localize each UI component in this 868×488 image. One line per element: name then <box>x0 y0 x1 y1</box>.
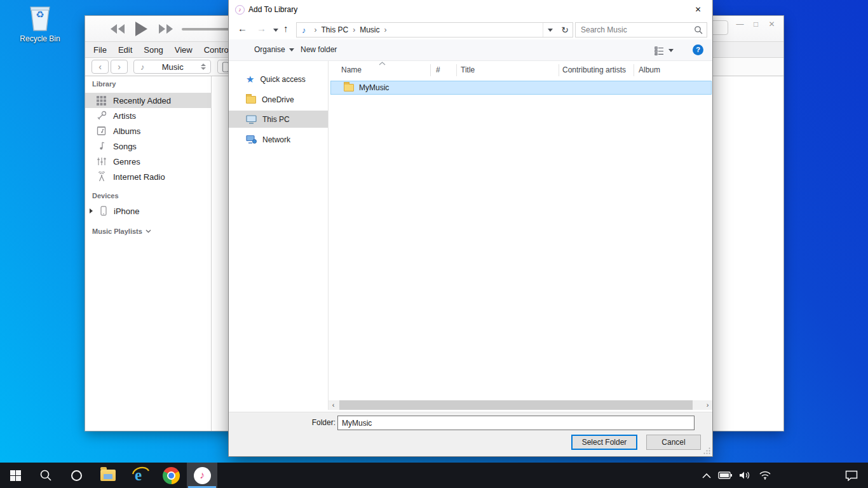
microphone-icon <box>96 111 107 121</box>
sort-ascending-icon <box>379 62 386 65</box>
column-header-album[interactable]: Album <box>639 65 660 74</box>
change-view-button[interactable] <box>654 45 677 56</box>
column-header-name[interactable]: Name <box>341 65 362 74</box>
list-view-icon <box>654 46 664 55</box>
show-hidden-icons-chevron-icon[interactable] <box>702 473 711 478</box>
breadcrumb-this-pc[interactable]: This PC <box>322 25 349 34</box>
close-button[interactable]: ✕ <box>764 17 780 31</box>
dialog-toolbar: Organise New folder ? <box>229 39 712 61</box>
refresh-button[interactable]: ↻ <box>557 22 573 37</box>
music-playlists-header[interactable]: Music Playlists <box>92 227 151 235</box>
start-button[interactable] <box>0 463 31 488</box>
recycle-bin[interactable]: ♻ Recycle Bin <box>18 4 62 43</box>
address-dropdown-button[interactable] <box>543 23 557 37</box>
wifi-icon[interactable] <box>759 471 771 480</box>
media-selector[interactable]: ♪ Music <box>133 60 211 74</box>
cortana-icon <box>71 470 82 481</box>
sidebar-item-recently-added[interactable]: Recently Added <box>85 93 212 108</box>
nav-pane-item-network[interactable]: Network <box>229 131 328 148</box>
cortana-button[interactable] <box>61 463 92 488</box>
sidebar-item-internet-radio[interactable]: Internet Radio <box>85 169 212 184</box>
taskbar-search-button[interactable] <box>31 463 61 488</box>
nav-pane-item-quick-access[interactable]: ★ Quick access <box>229 71 328 88</box>
scrollbar-thumb[interactable] <box>339 400 693 410</box>
menu-file[interactable]: File <box>88 45 112 55</box>
song-note-icon <box>96 141 107 151</box>
dialog-title: Add To Library <box>248 5 297 14</box>
column-separator[interactable] <box>430 64 431 76</box>
column-separator[interactable] <box>634 64 634 76</box>
column-separator[interactable] <box>559 64 559 76</box>
scroll-right-button[interactable]: › <box>703 400 712 410</box>
menu-edit[interactable]: Edit <box>112 45 138 55</box>
dialog-close-button[interactable]: ✕ <box>684 0 712 19</box>
cancel-button[interactable]: Cancel <box>646 435 701 450</box>
action-center-icon <box>845 470 858 481</box>
column-header-number[interactable]: # <box>436 65 440 74</box>
nav-pane-item-this-pc[interactable]: This PC <box>229 111 328 128</box>
play-button[interactable] <box>133 21 149 37</box>
breadcrumb-music[interactable]: Music <box>360 25 379 34</box>
volume-slider[interactable] <box>182 28 235 30</box>
new-folder-button[interactable]: New folder <box>301 45 337 54</box>
dialog-titlebar[interactable]: ♪ Add To Library ✕ <box>229 0 712 20</box>
column-separator[interactable] <box>456 64 457 76</box>
system-tray <box>702 463 771 488</box>
sidebar-item-artists[interactable]: Artists <box>85 108 212 123</box>
itunes-back-button[interactable]: ‹ <box>92 60 109 74</box>
back-button[interactable]: ← <box>238 23 247 34</box>
select-folder-button[interactable]: Select Folder <box>571 435 637 450</box>
sidebar-item-genres[interactable]: Genres <box>85 154 212 169</box>
network-icon <box>246 135 257 144</box>
folder-label: Folder: <box>304 418 336 427</box>
chrome-button[interactable] <box>156 463 186 488</box>
organise-button[interactable]: Organise <box>254 45 294 54</box>
expander-icon[interactable] <box>90 208 93 214</box>
fast-forward-button[interactable] <box>158 24 174 34</box>
grid-icon <box>96 95 107 105</box>
sidebar-item-songs[interactable]: Songs <box>85 139 212 154</box>
search-input[interactable] <box>576 23 691 37</box>
itunes-app-icon: ♪ <box>235 5 245 15</box>
up-button[interactable]: ↑ <box>283 23 288 34</box>
forward-button[interactable]: → <box>257 23 266 34</box>
battery-icon[interactable] <box>718 471 732 479</box>
menu-view[interactable]: View <box>169 45 198 55</box>
itunes-window-controls: — □ ✕ <box>732 17 780 31</box>
file-row-mymusic[interactable]: MyMusic <box>330 81 712 95</box>
sidebar-item-iphone[interactable]: iPhone <box>85 203 212 219</box>
itunes-forward-button[interactable]: › <box>111 60 128 74</box>
rewind-button[interactable] <box>109 24 126 34</box>
recycle-bin-icon: ♻ <box>26 4 54 33</box>
recent-locations-chevron-icon[interactable] <box>273 29 278 32</box>
minimize-button[interactable]: — <box>732 17 748 31</box>
quick-access-star-icon: ★ <box>246 75 254 84</box>
scroll-left-button[interactable]: ‹ <box>329 400 338 410</box>
file-explorer-icon <box>100 470 116 481</box>
menu-song[interactable]: Song <box>138 45 168 55</box>
volume-icon[interactable] <box>739 471 752 480</box>
breadcrumb[interactable]: ♪ › This PC › Music › <box>296 22 558 37</box>
folder-name-input[interactable] <box>337 416 695 430</box>
sidebar-item-albums[interactable]: Albums <box>85 123 212 139</box>
itunes-taskbar-button[interactable]: ♪ <box>187 463 217 488</box>
search-icon <box>39 469 52 482</box>
dialog-navbar: ← → ↑ ♪ › This PC › Music › ↻ <box>229 20 712 39</box>
recycle-symbol-icon: ♻ <box>26 9 54 20</box>
chevron-down-icon <box>146 229 151 233</box>
internet-explorer-button[interactable]: e <box>125 463 156 488</box>
desktop: ♻ Recycle Bin — □ ✕ File Edit <box>0 0 868 488</box>
this-pc-icon <box>246 114 257 124</box>
library-header: Library <box>92 80 116 88</box>
search-icon[interactable] <box>694 25 703 34</box>
column-header-contributing-artists[interactable]: Contributing artists <box>562 65 626 74</box>
maximize-button[interactable]: □ <box>748 17 764 31</box>
horizontal-scrollbar[interactable]: ‹ › <box>329 400 712 410</box>
recycle-bin-label: Recycle Bin <box>18 34 62 43</box>
help-button[interactable]: ? <box>693 44 703 55</box>
resize-grip[interactable] <box>703 447 710 454</box>
column-header-title[interactable]: Title <box>461 65 475 74</box>
nav-pane-item-onedrive[interactable]: OneDrive <box>229 91 328 108</box>
file-explorer-button[interactable] <box>93 463 123 488</box>
action-center-button[interactable] <box>845 463 858 488</box>
